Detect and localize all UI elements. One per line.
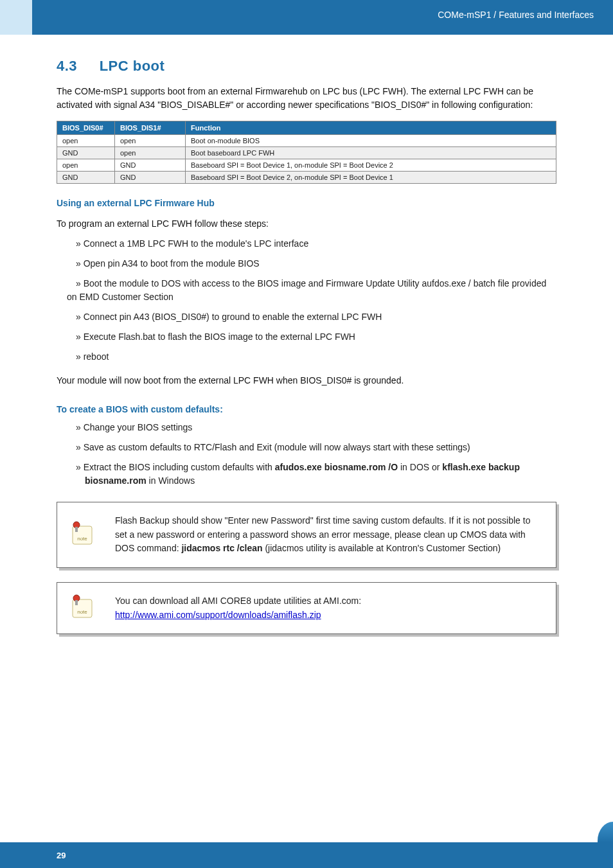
content: 4.3 LPC boot The COMe-mSP1 supports boot… xyxy=(57,58,556,634)
list-item: » reboot xyxy=(76,350,556,364)
cell: GND xyxy=(57,147,115,159)
note-icon: note xyxy=(69,520,97,551)
command-text: jidacmos rtc /clean xyxy=(181,543,262,553)
footer-band xyxy=(0,842,613,868)
list-item: » Change your BIOS settings xyxy=(76,421,556,434)
header-tab xyxy=(0,0,32,35)
section-number: 4.3 xyxy=(57,58,95,75)
cell: GND xyxy=(115,172,186,184)
svg-text:note: note xyxy=(77,609,87,615)
list-item: » Save as custom defaults to RTC/Flash a… xyxy=(76,441,556,454)
breadcrumb: COMe-mSP1 / Features and Interfaces xyxy=(438,10,594,20)
section-heading: 4.3 LPC boot xyxy=(57,58,556,75)
list-item: » Connect a 1MB LPC FWH to the module's … xyxy=(76,237,556,251)
cell: Baseboard SPI = Boot Device 1, on-module… xyxy=(186,159,556,172)
subheading-external-fwh: Using an external LPC Firmware Hub xyxy=(57,198,556,208)
cell: Baseboard SPI = Boot Device 2, on-module… xyxy=(186,172,556,184)
intro-paragraph: The COMe-mSP1 supports boot from an exte… xyxy=(57,85,556,112)
list-item-text: in Windows xyxy=(147,475,195,486)
subheading-custom-defaults: To create a BIOS with custom defaults: xyxy=(57,404,556,414)
svg-rect-3 xyxy=(75,527,78,532)
page-number: 29 xyxy=(57,851,66,860)
table-row: open open Boot on-module BIOS xyxy=(57,135,556,147)
lead-text: To program an external LPC FWH follow th… xyxy=(57,217,556,231)
note-box: note You can download all AMI CORE8 upda… xyxy=(57,582,556,634)
cell: Boot on-module BIOS xyxy=(186,135,556,147)
cell: GND xyxy=(115,159,186,172)
cell: open xyxy=(57,135,115,147)
download-link[interactable]: http://www.ami.com/support/downloads/ami… xyxy=(115,610,321,620)
list-item-text: » Extract the BIOS including custom defa… xyxy=(76,462,275,472)
note-text: Flash Backup should show "Enter new Pass… xyxy=(115,514,544,556)
col-header: Function xyxy=(186,121,556,135)
cell: open xyxy=(115,135,186,147)
tail-paragraph: Your module will now boot from the exter… xyxy=(57,374,556,387)
col-header: BIOS_DIS1# xyxy=(115,121,186,135)
list-item: » Connect pin A43 (BIOS_DIS0#) to ground… xyxy=(76,310,556,324)
list-item-text: in DOS or xyxy=(398,462,442,472)
table-row: GND open Boot baseboard LPC FWH xyxy=(57,147,556,159)
svg-text:note: note xyxy=(77,536,87,542)
note-text: You can download all AMI CORE8 update ut… xyxy=(115,594,544,622)
list-item: » Boot the module to DOS with access to … xyxy=(76,277,556,290)
list-item: » Execute Flash.bat to flash the BIOS im… xyxy=(76,330,556,344)
cell: Boot baseboard LPC FWH xyxy=(186,147,556,159)
note-text-span: (jidacmos utility is available at Kontro… xyxy=(263,543,501,553)
list-item: » Open pin A34 to boot from the module B… xyxy=(76,257,556,270)
list-item-continuation: on EMD Customer Section xyxy=(67,290,556,304)
page: COMe-mSP1 / Features and Interfaces 4.3 … xyxy=(0,0,613,868)
section-title-text: LPC boot xyxy=(100,58,165,74)
note-icon: note xyxy=(69,593,97,624)
list-item: » Extract the BIOS including custom defa… xyxy=(76,461,556,488)
command-text: afudos.exe biosname.rom /O xyxy=(275,462,398,472)
table-row: open GND Baseboard SPI = Boot Device 1, … xyxy=(57,159,556,172)
bios-config-table: BIOS_DIS0# BIOS_DIS1# Function open open… xyxy=(57,121,556,184)
footer-corner xyxy=(598,822,613,842)
table-header-row: BIOS_DIS0# BIOS_DIS1# Function xyxy=(57,121,556,135)
table-row: GND GND Baseboard SPI = Boot Device 2, o… xyxy=(57,172,556,184)
cell: GND xyxy=(57,172,115,184)
col-header: BIOS_DIS0# xyxy=(57,121,115,135)
cell: open xyxy=(57,159,115,172)
svg-rect-7 xyxy=(75,600,78,605)
note-text-span: You can download all AMI CORE8 update ut… xyxy=(115,596,361,606)
note-box: note Flash Backup should show "Enter new… xyxy=(57,502,556,568)
cell: open xyxy=(115,147,186,159)
